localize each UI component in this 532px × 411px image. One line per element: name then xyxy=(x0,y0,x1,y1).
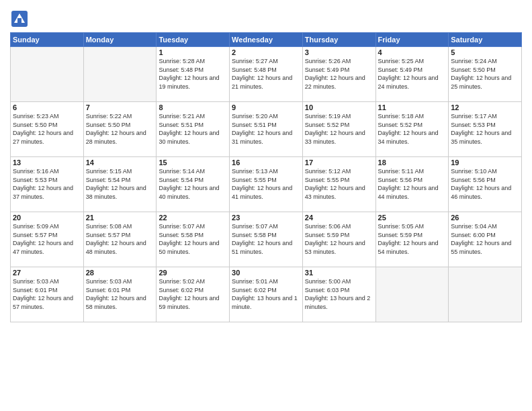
calendar-cell xyxy=(83,47,157,102)
calendar-week-row: 6Sunrise: 5:23 AM Sunset: 5:50 PM Daylig… xyxy=(11,102,522,157)
day-number: 5 xyxy=(451,48,519,56)
day-info: Sunrise: 5:07 AM Sunset: 5:58 PM Dayligh… xyxy=(232,222,300,256)
day-info: Sunrise: 5:16 AM Sunset: 5:53 PM Dayligh… xyxy=(13,167,81,201)
day-info: Sunrise: 5:24 AM Sunset: 5:50 PM Dayligh… xyxy=(451,57,519,91)
calendar-cell xyxy=(11,47,84,102)
calendar-week-row: 1Sunrise: 5:28 AM Sunset: 5:48 PM Daylig… xyxy=(11,47,522,102)
calendar-cell: 3Sunrise: 5:26 AM Sunset: 5:49 PM Daylig… xyxy=(302,47,375,102)
day-number: 12 xyxy=(451,103,519,111)
weekday-header: Wednesday xyxy=(230,33,303,47)
calendar-header-row: SundayMondayTuesdayWednesdayThursdayFrid… xyxy=(11,33,522,47)
day-number: 29 xyxy=(159,269,227,277)
calendar-cell: 17Sunrise: 5:12 AM Sunset: 5:55 PM Dayli… xyxy=(302,157,375,212)
calendar-cell: 14Sunrise: 5:15 AM Sunset: 5:54 PM Dayli… xyxy=(83,157,157,212)
calendar-cell: 10Sunrise: 5:19 AM Sunset: 5:52 PM Dayli… xyxy=(302,102,375,157)
day-number: 25 xyxy=(378,214,447,222)
calendar-cell: 16Sunrise: 5:13 AM Sunset: 5:55 PM Dayli… xyxy=(230,157,303,212)
calendar-cell: 7Sunrise: 5:22 AM Sunset: 5:50 PM Daylig… xyxy=(83,102,157,157)
day-number: 15 xyxy=(159,158,227,167)
day-info: Sunrise: 5:09 AM Sunset: 5:57 PM Dayligh… xyxy=(13,222,81,256)
calendar-cell: 12Sunrise: 5:17 AM Sunset: 5:53 PM Dayli… xyxy=(449,102,522,157)
calendar-cell: 29Sunrise: 5:02 AM Sunset: 6:02 PM Dayli… xyxy=(157,267,230,322)
calendar-cell: 22Sunrise: 5:07 AM Sunset: 5:58 PM Dayli… xyxy=(157,212,230,267)
calendar-cell: 30Sunrise: 5:01 AM Sunset: 6:02 PM Dayli… xyxy=(230,267,303,322)
day-number: 4 xyxy=(378,48,447,56)
day-number: 11 xyxy=(378,103,447,111)
day-info: Sunrise: 5:28 AM Sunset: 5:48 PM Dayligh… xyxy=(159,57,227,91)
calendar-cell: 13Sunrise: 5:16 AM Sunset: 5:53 PM Dayli… xyxy=(11,157,84,212)
day-info: Sunrise: 5:07 AM Sunset: 5:58 PM Dayligh… xyxy=(159,222,227,256)
svg-rect-2 xyxy=(17,18,21,23)
day-number: 31 xyxy=(305,269,373,277)
day-number: 1 xyxy=(159,48,227,56)
calendar-week-row: 27Sunrise: 5:03 AM Sunset: 6:01 PM Dayli… xyxy=(11,267,522,322)
calendar-cell: 20Sunrise: 5:09 AM Sunset: 5:57 PM Dayli… xyxy=(11,212,84,267)
day-number: 13 xyxy=(13,158,81,167)
calendar-cell: 5Sunrise: 5:24 AM Sunset: 5:50 PM Daylig… xyxy=(449,47,522,102)
day-info: Sunrise: 5:01 AM Sunset: 6:02 PM Dayligh… xyxy=(232,277,300,311)
day-info: Sunrise: 5:02 AM Sunset: 6:02 PM Dayligh… xyxy=(159,277,227,311)
day-info: Sunrise: 5:19 AM Sunset: 5:52 PM Dayligh… xyxy=(305,112,373,146)
calendar-cell: 19Sunrise: 5:10 AM Sunset: 5:56 PM Dayli… xyxy=(449,157,522,212)
weekday-header: Monday xyxy=(83,33,157,47)
calendar-table: SundayMondayTuesdayWednesdayThursdayFrid… xyxy=(10,32,522,322)
day-number: 10 xyxy=(305,103,373,111)
day-info: Sunrise: 5:25 AM Sunset: 5:49 PM Dayligh… xyxy=(378,57,447,91)
day-info: Sunrise: 5:23 AM Sunset: 5:50 PM Dayligh… xyxy=(13,112,81,146)
day-info: Sunrise: 5:06 AM Sunset: 5:59 PM Dayligh… xyxy=(305,222,373,256)
calendar-cell: 23Sunrise: 5:07 AM Sunset: 5:58 PM Dayli… xyxy=(230,212,303,267)
day-number: 7 xyxy=(86,103,154,111)
day-info: Sunrise: 5:13 AM Sunset: 5:55 PM Dayligh… xyxy=(232,167,300,201)
calendar-cell: 4Sunrise: 5:25 AM Sunset: 5:49 PM Daylig… xyxy=(375,47,449,102)
day-number: 14 xyxy=(86,158,154,167)
day-info: Sunrise: 5:04 AM Sunset: 6:00 PM Dayligh… xyxy=(451,222,519,256)
header xyxy=(10,7,522,28)
weekday-header: Friday xyxy=(375,33,449,47)
logo xyxy=(10,9,32,28)
day-number: 19 xyxy=(451,158,519,167)
calendar-cell: 31Sunrise: 5:00 AM Sunset: 6:03 PM Dayli… xyxy=(302,267,375,322)
day-number: 28 xyxy=(86,269,154,277)
weekday-header: Tuesday xyxy=(157,33,230,47)
calendar-week-row: 13Sunrise: 5:16 AM Sunset: 5:53 PM Dayli… xyxy=(11,157,522,212)
day-info: Sunrise: 5:11 AM Sunset: 5:56 PM Dayligh… xyxy=(378,167,447,201)
day-info: Sunrise: 5:10 AM Sunset: 5:56 PM Dayligh… xyxy=(451,167,519,201)
calendar-cell: 21Sunrise: 5:08 AM Sunset: 5:57 PM Dayli… xyxy=(83,212,157,267)
day-number: 9 xyxy=(232,103,300,111)
weekday-header: Sunday xyxy=(11,33,84,47)
day-number: 26 xyxy=(451,214,519,222)
calendar-cell: 27Sunrise: 5:03 AM Sunset: 6:01 PM Dayli… xyxy=(11,267,84,322)
day-number: 18 xyxy=(378,158,447,167)
calendar-cell: 2Sunrise: 5:27 AM Sunset: 5:48 PM Daylig… xyxy=(230,47,303,102)
day-number: 24 xyxy=(305,214,373,222)
day-info: Sunrise: 5:22 AM Sunset: 5:50 PM Dayligh… xyxy=(86,112,154,146)
day-info: Sunrise: 5:03 AM Sunset: 6:01 PM Dayligh… xyxy=(13,277,81,311)
calendar-page: SundayMondayTuesdayWednesdayThursdayFrid… xyxy=(0,0,532,411)
calendar-cell: 11Sunrise: 5:18 AM Sunset: 5:52 PM Dayli… xyxy=(375,102,449,157)
day-info: Sunrise: 5:17 AM Sunset: 5:53 PM Dayligh… xyxy=(451,112,519,146)
day-info: Sunrise: 5:21 AM Sunset: 5:51 PM Dayligh… xyxy=(159,112,227,146)
calendar-cell: 1Sunrise: 5:28 AM Sunset: 5:48 PM Daylig… xyxy=(157,47,230,102)
calendar-cell: 8Sunrise: 5:21 AM Sunset: 5:51 PM Daylig… xyxy=(157,102,230,157)
weekday-header: Thursday xyxy=(302,33,375,47)
day-number: 30 xyxy=(232,269,300,277)
day-number: 16 xyxy=(232,158,300,167)
day-number: 22 xyxy=(159,214,227,222)
day-info: Sunrise: 5:05 AM Sunset: 5:59 PM Dayligh… xyxy=(378,222,447,256)
day-info: Sunrise: 5:18 AM Sunset: 5:52 PM Dayligh… xyxy=(378,112,447,146)
day-info: Sunrise: 5:14 AM Sunset: 5:54 PM Dayligh… xyxy=(159,167,227,201)
calendar-cell: 26Sunrise: 5:04 AM Sunset: 6:00 PM Dayli… xyxy=(449,212,522,267)
day-number: 8 xyxy=(159,103,227,111)
day-number: 23 xyxy=(232,214,300,222)
day-info: Sunrise: 5:00 AM Sunset: 6:03 PM Dayligh… xyxy=(305,277,373,311)
day-number: 21 xyxy=(86,214,154,222)
day-number: 6 xyxy=(13,103,81,111)
day-number: 20 xyxy=(13,214,81,222)
calendar-cell xyxy=(449,267,522,322)
day-info: Sunrise: 5:15 AM Sunset: 5:54 PM Dayligh… xyxy=(86,167,154,201)
calendar-cell: 6Sunrise: 5:23 AM Sunset: 5:50 PM Daylig… xyxy=(11,102,84,157)
calendar-cell: 15Sunrise: 5:14 AM Sunset: 5:54 PM Dayli… xyxy=(157,157,230,212)
day-info: Sunrise: 5:08 AM Sunset: 5:57 PM Dayligh… xyxy=(86,222,154,256)
day-number: 27 xyxy=(13,269,81,277)
day-info: Sunrise: 5:20 AM Sunset: 5:51 PM Dayligh… xyxy=(232,112,300,146)
